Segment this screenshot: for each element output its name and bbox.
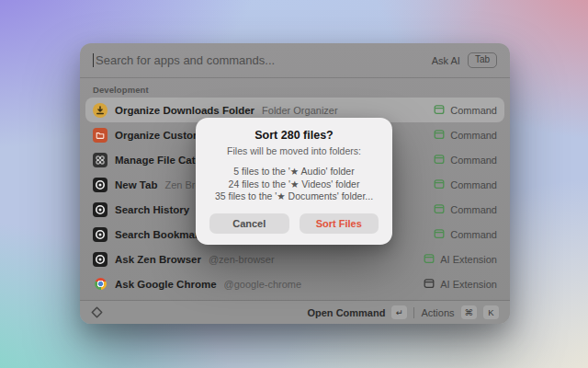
cmd-key-badge: ⌘	[461, 305, 478, 319]
extension-window-icon	[424, 276, 435, 293]
item-title: New Tab	[115, 179, 157, 190]
download-icon	[93, 103, 107, 118]
action-bar: Open Command ↵ Actions ⌘ K	[80, 300, 510, 324]
dialog-line: 24 files to the '★ Videos' folder	[196, 178, 392, 191]
item-subtitle: @google-chrome	[224, 279, 302, 290]
extension-window-icon	[434, 226, 445, 243]
desktop: Ask AI Tab Development Organize Download…	[0, 0, 588, 368]
zen-browser-icon	[93, 178, 107, 192]
item-type-label: Command	[450, 229, 497, 240]
cancel-button[interactable]: Cancel	[209, 213, 289, 234]
extension-window-icon	[434, 177, 445, 193]
dialog-body: 5 files to the '★ Audio' folder 24 files…	[196, 166, 392, 203]
item-subtitle: @zen-browser	[209, 254, 275, 265]
extension-window-icon	[424, 251, 435, 268]
chrome-icon	[93, 277, 107, 292]
dialog-buttons: Cancel Sort Files	[196, 213, 392, 234]
item-title: Ask Google Chrome	[115, 279, 217, 290]
list-item[interactable]: Ask Google Chrome @google-chrome AI Exte…	[85, 271, 504, 296]
enter-key-badge: ↵	[391, 305, 407, 319]
confirm-dialog: Sort 280 files? Files will be moved into…	[196, 118, 392, 245]
footer-divider	[413, 307, 414, 318]
ask-ai-label: Ask AI	[432, 55, 460, 66]
sort-files-button[interactable]: Sort Files	[300, 213, 379, 234]
section-header: Development	[93, 85, 497, 95]
search-input[interactable]	[96, 53, 432, 67]
item-type-label: AI Extension	[440, 279, 497, 290]
dialog-line: 35 files to the '★ Documents' folder...	[196, 190, 392, 203]
item-type-label: Command	[450, 179, 497, 190]
search-bar: Ask AI Tab	[80, 43, 510, 78]
item-type-label: Command	[450, 105, 497, 116]
dialog-subtitle: Files will be moved into folders:	[196, 145, 392, 156]
actions-button[interactable]: Actions	[421, 307, 454, 318]
item-type-label: Command	[450, 130, 497, 141]
dialog-line: 5 files to the '★ Audio' folder	[196, 166, 392, 178]
dialog-title: Sort 280 files?	[196, 129, 392, 142]
zen-browser-icon	[93, 252, 107, 267]
extension-window-icon	[434, 127, 445, 144]
extension-window-icon	[434, 152, 445, 168]
item-subtitle: Folder Organizer	[262, 105, 338, 116]
zen-browser-icon	[93, 227, 107, 242]
item-title: Search History	[115, 204, 189, 215]
tab-key-badge[interactable]: Tab	[468, 52, 497, 68]
open-command-button[interactable]: Open Command	[307, 307, 385, 318]
item-title: Ask Zen Browser	[115, 254, 201, 265]
extension-window-icon	[434, 102, 445, 119]
extension-window-icon	[434, 201, 445, 218]
k-key-badge: K	[483, 305, 499, 319]
zen-browser-icon	[93, 202, 107, 217]
text-caret	[93, 53, 94, 67]
list-item[interactable]: Ask Zen Browser @zen-browser AI Extensio…	[85, 247, 504, 271]
raycast-logo-icon	[91, 306, 103, 318]
item-type-label: Command	[450, 204, 497, 215]
item-type-label: Command	[450, 155, 497, 166]
item-type-label: AI Extension	[440, 254, 497, 265]
folder-icon	[93, 128, 107, 143]
item-title: Organize Downloads Folder	[115, 105, 254, 116]
categories-grid-icon	[93, 153, 107, 167]
